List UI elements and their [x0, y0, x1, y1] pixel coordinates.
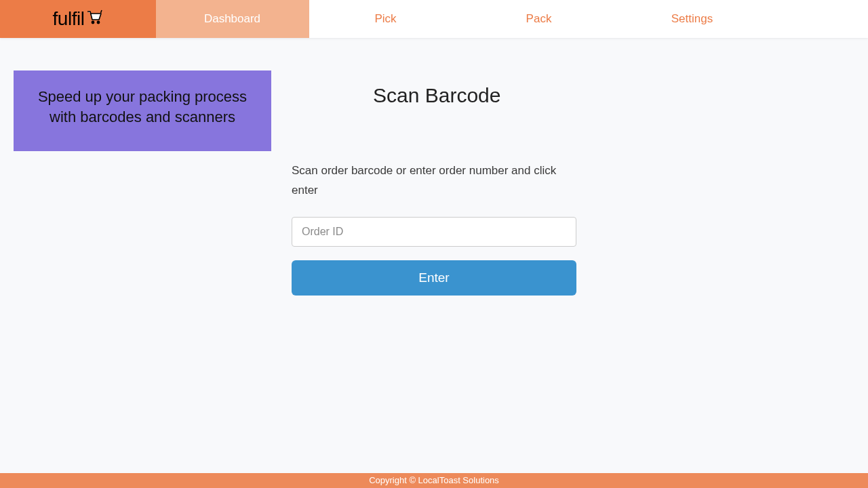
enter-button[interactable]: Enter: [292, 260, 576, 296]
top-nav: fulfil Dashboard Pick Pack Settings: [0, 0, 868, 38]
nav-tab-dashboard[interactable]: Dashboard: [156, 0, 309, 38]
footer-text: Copyright © LocalToast Solutions: [369, 475, 499, 485]
nav-tab-pick[interactable]: Pick: [309, 0, 462, 38]
brand-name-text: fulfil: [53, 8, 85, 30]
nav-tab-pack[interactable]: Pack: [462, 0, 616, 38]
nav-tab-label: Settings: [671, 12, 713, 26]
nav-tab-settings[interactable]: Settings: [616, 0, 769, 38]
brand-name: fulfil: [53, 8, 104, 30]
nav-tab-label: Pick: [374, 12, 396, 26]
brand-logo[interactable]: fulfil: [0, 0, 156, 38]
footer: Copyright © LocalToast Solutions: [0, 473, 868, 488]
nav-tab-label: Dashboard: [204, 12, 260, 26]
svg-point-1: [98, 21, 100, 23]
scan-instruction: Scan order barcode or enter order number…: [292, 161, 576, 201]
scan-panel: Scan Barcode Scan order barcode or enter…: [292, 70, 576, 296]
promo-card: Speed up your packing process with barco…: [14, 70, 271, 151]
promo-text: Speed up your packing process with barco…: [38, 88, 247, 125]
svg-point-0: [92, 21, 94, 23]
cart-icon: [85, 8, 103, 30]
content-area: Speed up your packing process with barco…: [0, 38, 868, 296]
scan-title: Scan Barcode: [373, 84, 576, 107]
nav-tab-label: Pack: [526, 12, 552, 26]
order-id-input[interactable]: [292, 217, 576, 247]
